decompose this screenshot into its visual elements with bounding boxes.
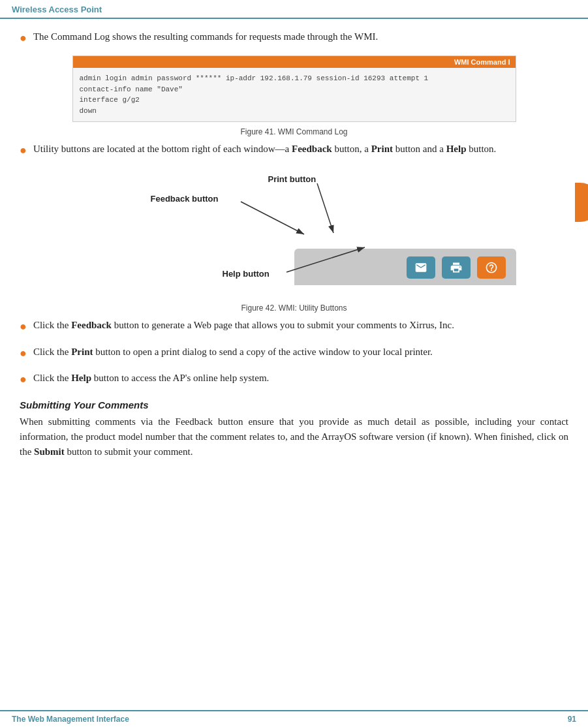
bullet2-text-mid2: button and a (393, 144, 446, 154)
bullet-text-5: Click the Help button to access the AP's… (33, 371, 269, 386)
bullet-dot-4: ● (20, 345, 27, 362)
section-heading: Submitting Your Comments (20, 399, 568, 410)
bullet-text-4: Click the Print button to open a print d… (33, 345, 433, 360)
bullet5-before: Click the (33, 373, 71, 383)
wmi-line-1: admin login admin password ****** ip-add… (80, 73, 509, 84)
utility-figure-inner: Print button Feedback button (72, 168, 516, 298)
footer-left: The Web Management Interface (12, 715, 129, 724)
wmi-line-2: contact-info name "Dave" (80, 84, 509, 95)
bullet-text-3: Click the Feedback button to generate a … (33, 318, 454, 333)
figure-2-caption: Figure 42. WMI: Utility Buttons (72, 303, 516, 313)
orange-tab (575, 183, 588, 222)
wmi-command-body: admin login admin password ****** ip-add… (73, 68, 516, 121)
bullet-text-1: The Command Log shows the resulting comm… (33, 29, 378, 44)
print-button[interactable] (442, 256, 471, 279)
bullet3-after: button to generate a Web page that allow… (112, 320, 454, 330)
bullet4-before: Click the (33, 347, 71, 357)
bullet-text-2: Utility buttons are located at the botto… (33, 142, 497, 157)
page-footer: The Web Management Interface 91 (0, 710, 588, 727)
button-bar (294, 249, 516, 285)
bullet-item-3: ● Click the Feedback button to generate … (20, 318, 568, 335)
bullet5-after: button to access the AP's online help sy… (91, 373, 269, 383)
bullet2-text-end: button. (467, 144, 497, 154)
bullet2-feedback-bold: Feedback (292, 144, 332, 154)
footer-right: 91 (568, 715, 576, 724)
printer-icon (450, 261, 463, 274)
svg-line-2 (317, 183, 333, 233)
svg-line-1 (241, 202, 304, 234)
wmi-command-box: WMI Command I admin login admin password… (72, 55, 516, 122)
wmi-line-4: down (80, 106, 509, 117)
body-paragraph: When submitting comments via the Feedbac… (20, 414, 568, 460)
bullet-dot-2: ● (20, 142, 27, 159)
bullet-item-4: ● Click the Print button to open a print… (20, 345, 568, 362)
help-button[interactable] (477, 256, 506, 279)
label-print-button: Print button (268, 174, 317, 184)
bullet2-text-mid1: button, a (332, 144, 371, 154)
submit-bold: Submit (34, 446, 65, 457)
label-feedback-button: Feedback button (151, 194, 219, 204)
envelope-icon (414, 261, 427, 274)
bullet3-feedback-bold: Feedback (71, 320, 112, 330)
page-title: Wireless Access Point (12, 5, 102, 14)
content-area: ● The Command Log shows the resulting co… (0, 19, 588, 710)
figure-2-container: Print button Feedback button (20, 168, 568, 313)
bullet-item-1: ● The Command Log shows the resulting co… (20, 29, 568, 46)
bullet4-after: button to open a print dialog to send a … (93, 347, 433, 357)
bullet-dot-5: ● (20, 371, 27, 388)
bullet-dot-1: ● (20, 30, 27, 46)
question-mark-icon (485, 261, 498, 274)
figure-1-caption: Figure 41. WMI Command Log (20, 127, 568, 136)
bullet-item-5: ● Click the Help button to access the AP… (20, 371, 568, 388)
bullet5-help-bold: Help (71, 373, 91, 383)
figure-1-container: WMI Command I admin login admin password… (20, 55, 568, 136)
bullet2-help-bold: Help (446, 144, 467, 154)
wmi-line-3: interface g/g2 (80, 95, 509, 106)
bullet4-print-bold: Print (71, 347, 93, 357)
bullet2-text-before: Utility buttons are located at the botto… (33, 144, 292, 154)
wmi-command-header: WMI Command I (73, 56, 516, 68)
feedback-button[interactable] (407, 256, 435, 279)
bullet2-print-bold: Print (371, 144, 393, 154)
page-wrapper: Wireless Access Point ● The Command Log … (0, 0, 588, 727)
bullet-item-2: ● Utility buttons are located at the bot… (20, 142, 568, 159)
label-help-button: Help button (223, 269, 270, 279)
bullet-dot-3: ● (20, 318, 27, 335)
bullet3-before: Click the (33, 320, 71, 330)
page-header: Wireless Access Point (0, 0, 588, 19)
body-para-end: button to submit your comment. (65, 446, 193, 457)
utility-figure: Print button Feedback button (72, 168, 516, 313)
